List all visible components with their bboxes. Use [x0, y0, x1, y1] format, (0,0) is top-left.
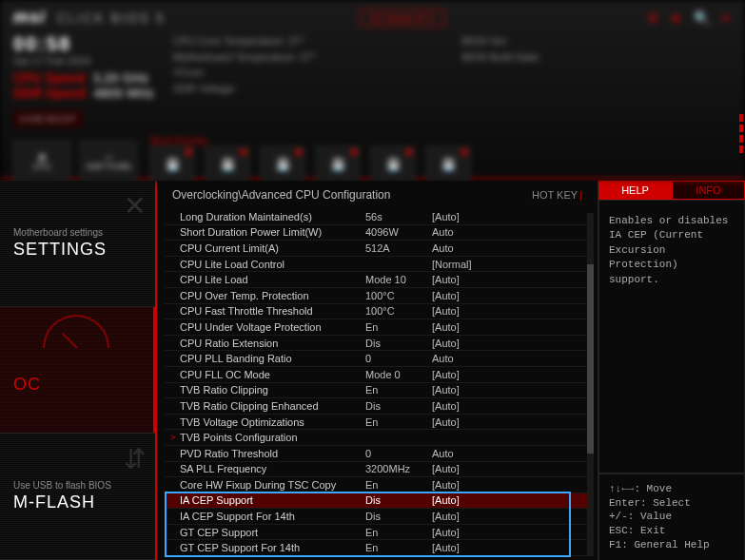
option-row[interactable]: SA PLL Frequency3200MHz[Auto] [165, 462, 590, 478]
side-markers [739, 114, 743, 153]
option-name: CPU FLL OC Mode [180, 369, 365, 380]
option-row[interactable]: CPU Over Temp. Protection100°C[Auto] [165, 288, 590, 304]
option-row[interactable]: TVB Ratio ClippingEn[Auto] [165, 383, 590, 399]
game-boost-badge[interactable]: GAME BOOST [13, 110, 83, 127]
option-status: [Auto] [432, 338, 489, 349]
cpu-tab[interactable]: ▦ CPU [13, 141, 70, 183]
nav-settings-label: SETTINGS [13, 240, 142, 260]
cpu-icon: ▦ [38, 152, 47, 162]
close-icon[interactable]: ✕ [720, 10, 732, 26]
option-name: CPU Fast Throttle Threshold [180, 305, 365, 317]
boot-device-6[interactable]: 💾 [426, 146, 470, 183]
option-name: CPU PLL Banding Ratio [180, 353, 365, 364]
option-value: Dis [365, 494, 432, 506]
xmp-profile-tab[interactable]: ▭ XMP Profile [80, 141, 137, 183]
option-row[interactable]: >TVB Points Configuration [165, 430, 590, 446]
scroll-thumb[interactable] [587, 264, 594, 454]
clock-date: Sat 17 Feb 2024 [13, 55, 154, 67]
info-tab[interactable]: INFO [672, 181, 745, 200]
boot-device-5[interactable]: 💾 [371, 146, 415, 183]
option-name: TVB Ratio Clipping [180, 384, 365, 396]
option-name: CPU Over Temp. Protection [180, 290, 365, 301]
option-row[interactable]: CPU Lite Load Control[Normal] [165, 257, 590, 273]
option-row[interactable]: Core HW Fixup During TSC CopyEn[Auto] [165, 477, 590, 493]
option-row[interactable]: CPU Ratio ExtensionDis[Auto] [165, 336, 590, 352]
option-status: [Auto] [432, 511, 489, 522]
option-status: [Auto] [432, 416, 489, 428]
bios-title: CLICK BIOS 5 [56, 10, 165, 26]
options-list: Long Duration Maintained(s)56s[Auto]Shor… [157, 209, 598, 560]
key-enter: Enter: Select [609, 496, 735, 511]
key-move: ↑↓←→: Move [609, 482, 735, 496]
gauge-icon [43, 315, 109, 348]
help-text: Enables or disables IA CEP (Current Excu… [598, 200, 745, 473]
option-value: Mode 10 [365, 274, 432, 285]
hotkey-button[interactable]: HOT KEY| [532, 189, 582, 201]
option-name: Core HW Fixup During TSC Copy [180, 479, 365, 491]
option-row[interactable]: GT CEP Support For 14thEn[Auto] [165, 540, 590, 556]
option-row[interactable]: CPU PLL Banding Ratio0Auto [165, 351, 590, 367]
option-value: Dis [365, 511, 432, 522]
nav-settings[interactable]: ✕ Motherboard settings SETTINGS [0, 181, 155, 307]
option-value: Dis [365, 338, 432, 349]
option-status: [Auto] [432, 384, 489, 396]
nav-settings-sub: Motherboard settings [13, 227, 142, 238]
screenshot-icon[interactable]: ★ [670, 10, 682, 26]
option-row[interactable]: Long Duration Maintained(s)56s[Auto] [165, 209, 590, 225]
option-value: 0 [365, 353, 432, 364]
option-row[interactable]: GT CEP SupportEn[Auto] [165, 525, 590, 541]
option-row[interactable]: TVB Ratio Clipping EnhancedDis[Auto] [165, 398, 590, 415]
option-value: En [365, 479, 432, 491]
temp-block: CPU Core Temperature: 27° Motherboard Te… [173, 33, 442, 101]
option-status: [Auto] [432, 494, 489, 506]
option-name: SA PLL Frequency [180, 463, 365, 474]
option-value: En [365, 542, 432, 553]
option-status: Auto [432, 226, 489, 238]
nav-mflash[interactable]: ⇵ Use USB to flash BIOS M-FLASH [0, 434, 155, 560]
option-row[interactable]: PVD Ratio Threshold0Auto [165, 446, 590, 462]
key-value: +/-: Value [609, 510, 735, 524]
boot-device-3[interactable]: 💾 [261, 146, 304, 183]
option-row[interactable]: CPU Lite LoadMode 10[Auto] [165, 272, 590, 288]
search-icon[interactable]: 🔍 [694, 10, 710, 26]
option-value: 100°C [365, 290, 432, 301]
msi-logo: msi [13, 8, 46, 27]
option-status: Auto [432, 353, 489, 364]
boot-device-4[interactable]: 💾 [316, 146, 360, 183]
scrollbar[interactable] [587, 213, 594, 556]
memory-icon: ▭ [105, 152, 113, 162]
option-name: TVB Ratio Clipping Enhanced [180, 400, 365, 412]
ez-mode-button[interactable]: EZ Mode (F7) [360, 10, 445, 27]
option-name: IA CEP Support [180, 494, 365, 506]
tools-icon: ✕ [124, 190, 146, 222]
option-value: 4096W [365, 226, 432, 238]
option-status: [Auto] [432, 290, 489, 301]
help-tab[interactable]: HELP [598, 181, 672, 200]
right-panel: HELP INFO Enables or disables IA CEP (Cu… [598, 181, 745, 560]
option-status: [Normal] [432, 259, 489, 270]
boot-device-2[interactable]: 💾 [206, 146, 249, 183]
nav-oc-label: OC [13, 375, 142, 395]
boot-device-1[interactable]: 💾 [150, 146, 194, 183]
option-row[interactable]: DMI Link Speed[Gen4] [165, 556, 590, 560]
option-name: GT CEP Support [180, 527, 365, 538]
option-status: [Auto] [432, 369, 489, 380]
option-row[interactable]: CPU FLL OC ModeMode 0[Auto] [165, 367, 590, 383]
lang-icon[interactable]: ⚙ [647, 10, 659, 26]
nav-mflash-label: M-FLASH [13, 492, 142, 512]
option-row[interactable]: IA CEP Support For 14thDis[Auto] [165, 509, 590, 525]
option-row[interactable]: CPU Fast Throttle Threshold100°C[Auto] [165, 304, 590, 320]
left-nav: ✕ Motherboard settings SETTINGS OC ⇵ Use… [0, 181, 157, 560]
clock: 00:58 [13, 33, 154, 55]
option-row[interactable]: CPU Current Limit(A)512AAuto [165, 241, 590, 257]
option-status: [Auto] [432, 479, 489, 491]
option-row[interactable]: CPU Under Voltage ProtectionEn[Auto] [165, 319, 590, 336]
option-row[interactable]: TVB Voltage OptimizationsEn[Auto] [165, 415, 590, 431]
option-status: [Auto] [432, 542, 489, 553]
option-row[interactable]: Short Duration Power Limit(W)4096WAuto [165, 225, 590, 241]
nav-oc[interactable]: OC [0, 307, 155, 434]
option-row[interactable]: IA CEP SupportDis[Auto] [165, 493, 590, 510]
expand-icon: > [167, 433, 180, 442]
option-name: IA CEP Support For 14th [180, 511, 365, 522]
option-name: CPU Current Limit(A) [180, 242, 365, 254]
